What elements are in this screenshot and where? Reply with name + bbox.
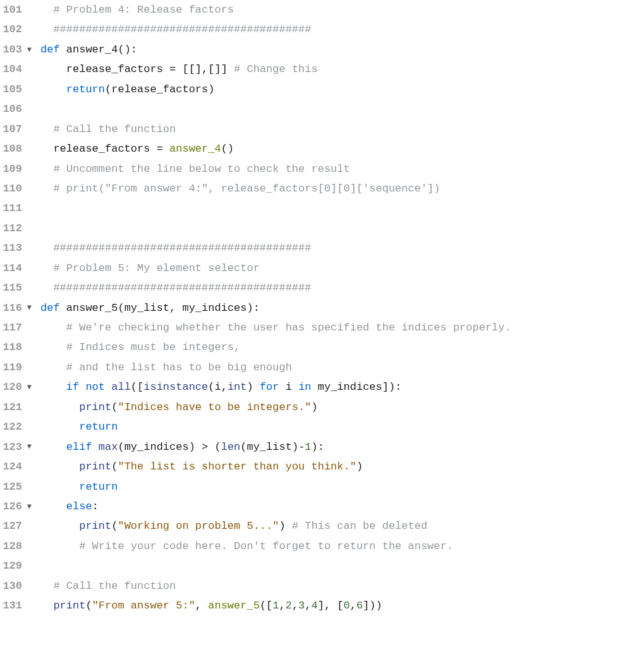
code-token — [176, 298, 182, 318]
code-line[interactable]: ######################################## — [40, 278, 644, 298]
code-line[interactable]: return — [40, 477, 644, 497]
code-line[interactable]: def answer_4(): — [40, 40, 644, 59]
code-line[interactable]: print("The list is shorter than you thin… — [40, 457, 644, 476]
code-line[interactable]: return — [40, 417, 644, 437]
line-number: 109 — [0, 159, 32, 179]
code-line[interactable] — [40, 219, 644, 238]
code-line[interactable]: elif max(my_indices) > (len(my_list)-1): — [40, 437, 644, 457]
code-line[interactable]: # Uncomment the line below to check the … — [40, 159, 644, 179]
code-token: ]): — [382, 377, 402, 397]
code-token — [40, 258, 53, 278]
code-token: answer_4 — [66, 40, 118, 59]
code-area[interactable]: # Problem 4: Release factors ###########… — [35, 0, 644, 616]
code-token: # This can be deleted — [292, 516, 427, 536]
line-number-text: 116 — [3, 298, 22, 318]
code-line[interactable]: # Call the function — [40, 576, 644, 596]
code-token: ( — [111, 516, 118, 536]
code-line[interactable]: # Write your code here. Don't forget to … — [40, 536, 644, 556]
line-number: 103▼ — [0, 40, 32, 59]
code-token: # Change this — [234, 59, 318, 79]
code-line[interactable]: # Indices must be integers, — [40, 337, 644, 357]
code-token — [40, 337, 66, 357]
code-token — [176, 59, 182, 79]
code-token — [292, 377, 298, 397]
line-number-text: 107 — [3, 119, 22, 139]
code-token — [195, 437, 202, 457]
code-token: my_list — [125, 298, 169, 318]
code-token: answer_5 — [208, 596, 260, 615]
code-token: answer_5 — [66, 298, 118, 318]
code-line[interactable]: return(release_factors) — [40, 80, 644, 99]
line-number: 104 — [0, 59, 32, 79]
line-number-text: 101 — [3, 0, 22, 20]
line-number: 117 — [0, 318, 32, 337]
code-token: ( — [214, 437, 221, 457]
code-token: i — [214, 377, 221, 397]
code-line[interactable]: if not all([isinstance(i,int) for i in m… — [40, 377, 644, 397]
code-token: len — [221, 437, 241, 457]
line-number: 108 — [0, 139, 32, 159]
line-number-text: 103 — [3, 40, 22, 59]
code-line[interactable]: # Problem 4: Release factors — [40, 0, 644, 20]
code-token: isinstance — [143, 377, 208, 397]
code-line[interactable]: # Problem 5: My element selector — [40, 258, 644, 278]
code-line[interactable] — [40, 198, 644, 218]
line-number: 118 — [0, 337, 32, 357]
code-line[interactable]: # Call the function — [40, 119, 644, 139]
line-number: 131 — [0, 596, 32, 615]
code-token: ): — [312, 437, 324, 457]
code-token — [228, 59, 234, 79]
code-line[interactable]: release_factors = answer_4() — [40, 139, 644, 159]
line-number: 102 — [0, 20, 32, 39]
code-line[interactable]: ######################################## — [40, 238, 644, 258]
code-token: ) — [247, 377, 253, 397]
line-number: 127 — [0, 516, 32, 536]
fold-marker-icon[interactable]: ▼ — [24, 380, 32, 394]
line-number-text: 104 — [3, 59, 22, 79]
line-number-text: 122 — [3, 417, 22, 437]
code-line[interactable]: # print("From answer 4:", release_factor… — [40, 179, 644, 198]
line-number: 123▼ — [0, 437, 32, 457]
code-token: ([ — [131, 377, 143, 397]
code-line[interactable]: print("Working on problem 5...") # This … — [40, 516, 644, 536]
line-number-text: 105 — [3, 80, 22, 99]
code-line[interactable]: release_factors = [[],[]] # Change this — [40, 59, 644, 79]
code-token: (): — [118, 40, 137, 59]
code-line[interactable] — [40, 99, 644, 119]
code-token: , — [350, 596, 356, 615]
line-number: 125 — [0, 477, 32, 497]
code-line[interactable]: print("From answer 5:", answer_5([1,2,3,… — [40, 596, 644, 615]
code-line[interactable]: # and the list has to be big enough — [40, 358, 644, 377]
fold-marker-icon[interactable]: ▼ — [24, 43, 32, 57]
code-token: , — [169, 298, 176, 318]
code-token: - — [298, 437, 305, 457]
fold-marker-icon[interactable]: ▼ — [24, 500, 32, 514]
code-token — [40, 397, 79, 417]
code-token: ######################################## — [53, 20, 311, 39]
line-number-text: 129 — [3, 556, 22, 576]
code-token: print — [79, 457, 111, 476]
line-number: 112 — [0, 219, 32, 238]
fold-marker-icon[interactable]: ▼ — [24, 440, 32, 454]
code-token: release_factors — [111, 80, 208, 99]
code-token: all — [111, 377, 131, 397]
code-line[interactable]: def answer_5(my_list, my_indices): — [40, 298, 644, 318]
code-token: # Call the function — [53, 576, 176, 596]
code-line[interactable]: ######################################## — [40, 20, 644, 39]
code-token: ( — [118, 298, 124, 318]
code-token: my_indices — [182, 298, 246, 318]
code-line[interactable]: else: — [40, 497, 644, 516]
code-line[interactable]: # We're checking whether the user has sp… — [40, 318, 644, 337]
code-line[interactable] — [40, 556, 644, 576]
line-number: 116▼ — [0, 298, 32, 318]
code-token: = — [157, 139, 163, 159]
line-number: 124 — [0, 457, 32, 476]
fold-marker-icon[interactable]: ▼ — [24, 301, 32, 315]
line-number-text: 110 — [3, 179, 22, 198]
line-number-text: 114 — [3, 258, 22, 278]
code-token — [79, 377, 85, 397]
code-token — [286, 516, 292, 536]
code-line[interactable]: print("Indices have to be integers.") — [40, 397, 644, 417]
code-token — [60, 40, 66, 59]
code-editor[interactable]: 101102103▼104105106107108109110111112113… — [0, 0, 644, 616]
